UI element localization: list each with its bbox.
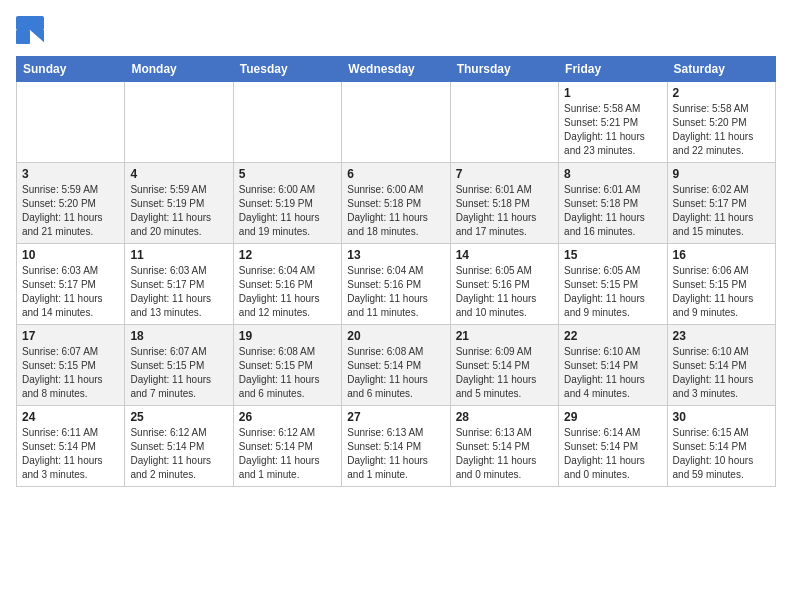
day-number: 13 — [347, 248, 444, 262]
day-number: 28 — [456, 410, 553, 424]
calendar-day-header: Friday — [559, 57, 667, 82]
calendar-cell: 19Sunrise: 6:08 AM Sunset: 5:15 PM Dayli… — [233, 325, 341, 406]
day-number: 23 — [673, 329, 770, 343]
day-number: 20 — [347, 329, 444, 343]
day-number: 30 — [673, 410, 770, 424]
calendar-cell — [450, 82, 558, 163]
day-number: 21 — [456, 329, 553, 343]
day-info: Sunrise: 6:02 AM Sunset: 5:17 PM Dayligh… — [673, 183, 770, 239]
calendar-cell: 4Sunrise: 5:59 AM Sunset: 5:19 PM Daylig… — [125, 163, 233, 244]
calendar-week-row: 1Sunrise: 5:58 AM Sunset: 5:21 PM Daylig… — [17, 82, 776, 163]
day-number: 3 — [22, 167, 119, 181]
day-info: Sunrise: 6:01 AM Sunset: 5:18 PM Dayligh… — [564, 183, 661, 239]
calendar-cell — [125, 82, 233, 163]
day-info: Sunrise: 6:08 AM Sunset: 5:15 PM Dayligh… — [239, 345, 336, 401]
day-info: Sunrise: 6:08 AM Sunset: 5:14 PM Dayligh… — [347, 345, 444, 401]
day-number: 2 — [673, 86, 770, 100]
calendar-cell: 17Sunrise: 6:07 AM Sunset: 5:15 PM Dayli… — [17, 325, 125, 406]
calendar-week-row: 17Sunrise: 6:07 AM Sunset: 5:15 PM Dayli… — [17, 325, 776, 406]
day-number: 14 — [456, 248, 553, 262]
day-info: Sunrise: 6:10 AM Sunset: 5:14 PM Dayligh… — [673, 345, 770, 401]
calendar-cell: 6Sunrise: 6:00 AM Sunset: 5:18 PM Daylig… — [342, 163, 450, 244]
day-info: Sunrise: 6:10 AM Sunset: 5:14 PM Dayligh… — [564, 345, 661, 401]
day-info: Sunrise: 6:12 AM Sunset: 5:14 PM Dayligh… — [130, 426, 227, 482]
svg-rect-2 — [16, 30, 30, 44]
calendar-cell: 23Sunrise: 6:10 AM Sunset: 5:14 PM Dayli… — [667, 325, 775, 406]
day-info: Sunrise: 5:59 AM Sunset: 5:19 PM Dayligh… — [130, 183, 227, 239]
calendar-week-row: 10Sunrise: 6:03 AM Sunset: 5:17 PM Dayli… — [17, 244, 776, 325]
page-header — [16, 16, 776, 44]
day-number: 10 — [22, 248, 119, 262]
day-number: 9 — [673, 167, 770, 181]
day-info: Sunrise: 6:12 AM Sunset: 5:14 PM Dayligh… — [239, 426, 336, 482]
day-number: 27 — [347, 410, 444, 424]
logo-icon — [16, 16, 44, 44]
day-info: Sunrise: 5:59 AM Sunset: 5:20 PM Dayligh… — [22, 183, 119, 239]
calendar-cell: 29Sunrise: 6:14 AM Sunset: 5:14 PM Dayli… — [559, 406, 667, 487]
day-info: Sunrise: 6:06 AM Sunset: 5:15 PM Dayligh… — [673, 264, 770, 320]
calendar-cell: 20Sunrise: 6:08 AM Sunset: 5:14 PM Dayli… — [342, 325, 450, 406]
calendar-header-row: SundayMondayTuesdayWednesdayThursdayFrid… — [17, 57, 776, 82]
day-number: 1 — [564, 86, 661, 100]
calendar-day-header: Sunday — [17, 57, 125, 82]
calendar-week-row: 24Sunrise: 6:11 AM Sunset: 5:14 PM Dayli… — [17, 406, 776, 487]
calendar-day-header: Thursday — [450, 57, 558, 82]
day-info: Sunrise: 6:14 AM Sunset: 5:14 PM Dayligh… — [564, 426, 661, 482]
calendar-cell: 15Sunrise: 6:05 AM Sunset: 5:15 PM Dayli… — [559, 244, 667, 325]
calendar-cell: 3Sunrise: 5:59 AM Sunset: 5:20 PM Daylig… — [17, 163, 125, 244]
day-number: 12 — [239, 248, 336, 262]
day-info: Sunrise: 6:15 AM Sunset: 5:14 PM Dayligh… — [673, 426, 770, 482]
day-number: 5 — [239, 167, 336, 181]
calendar-table: SundayMondayTuesdayWednesdayThursdayFrid… — [16, 56, 776, 487]
calendar-cell — [17, 82, 125, 163]
calendar-cell: 26Sunrise: 6:12 AM Sunset: 5:14 PM Dayli… — [233, 406, 341, 487]
day-number: 24 — [22, 410, 119, 424]
calendar-cell: 10Sunrise: 6:03 AM Sunset: 5:17 PM Dayli… — [17, 244, 125, 325]
day-info: Sunrise: 6:07 AM Sunset: 5:15 PM Dayligh… — [130, 345, 227, 401]
calendar-cell: 22Sunrise: 6:10 AM Sunset: 5:14 PM Dayli… — [559, 325, 667, 406]
calendar-day-header: Saturday — [667, 57, 775, 82]
day-info: Sunrise: 6:13 AM Sunset: 5:14 PM Dayligh… — [456, 426, 553, 482]
calendar-day-header: Wednesday — [342, 57, 450, 82]
calendar-cell: 11Sunrise: 6:03 AM Sunset: 5:17 PM Dayli… — [125, 244, 233, 325]
day-info: Sunrise: 6:04 AM Sunset: 5:16 PM Dayligh… — [239, 264, 336, 320]
day-info: Sunrise: 6:03 AM Sunset: 5:17 PM Dayligh… — [130, 264, 227, 320]
day-info: Sunrise: 5:58 AM Sunset: 5:21 PM Dayligh… — [564, 102, 661, 158]
day-number: 17 — [22, 329, 119, 343]
day-number: 6 — [347, 167, 444, 181]
svg-marker-1 — [30, 30, 44, 42]
calendar-cell: 2Sunrise: 5:58 AM Sunset: 5:20 PM Daylig… — [667, 82, 775, 163]
calendar-cell: 30Sunrise: 6:15 AM Sunset: 5:14 PM Dayli… — [667, 406, 775, 487]
day-info: Sunrise: 6:07 AM Sunset: 5:15 PM Dayligh… — [22, 345, 119, 401]
day-number: 25 — [130, 410, 227, 424]
day-number: 19 — [239, 329, 336, 343]
calendar-cell: 25Sunrise: 6:12 AM Sunset: 5:14 PM Dayli… — [125, 406, 233, 487]
day-number: 11 — [130, 248, 227, 262]
day-info: Sunrise: 6:01 AM Sunset: 5:18 PM Dayligh… — [456, 183, 553, 239]
calendar-day-header: Tuesday — [233, 57, 341, 82]
calendar-cell: 12Sunrise: 6:04 AM Sunset: 5:16 PM Dayli… — [233, 244, 341, 325]
day-number: 4 — [130, 167, 227, 181]
calendar-week-row: 3Sunrise: 5:59 AM Sunset: 5:20 PM Daylig… — [17, 163, 776, 244]
day-number: 26 — [239, 410, 336, 424]
logo — [16, 16, 48, 44]
day-number: 22 — [564, 329, 661, 343]
day-info: Sunrise: 5:58 AM Sunset: 5:20 PM Dayligh… — [673, 102, 770, 158]
day-number: 16 — [673, 248, 770, 262]
calendar-cell: 27Sunrise: 6:13 AM Sunset: 5:14 PM Dayli… — [342, 406, 450, 487]
day-info: Sunrise: 6:03 AM Sunset: 5:17 PM Dayligh… — [22, 264, 119, 320]
calendar-day-header: Monday — [125, 57, 233, 82]
calendar-cell: 16Sunrise: 6:06 AM Sunset: 5:15 PM Dayli… — [667, 244, 775, 325]
day-info: Sunrise: 6:00 AM Sunset: 5:19 PM Dayligh… — [239, 183, 336, 239]
day-number: 15 — [564, 248, 661, 262]
svg-rect-0 — [16, 16, 44, 30]
calendar-cell: 7Sunrise: 6:01 AM Sunset: 5:18 PM Daylig… — [450, 163, 558, 244]
calendar-cell — [233, 82, 341, 163]
calendar-cell: 24Sunrise: 6:11 AM Sunset: 5:14 PM Dayli… — [17, 406, 125, 487]
day-info: Sunrise: 6:11 AM Sunset: 5:14 PM Dayligh… — [22, 426, 119, 482]
day-info: Sunrise: 6:13 AM Sunset: 5:14 PM Dayligh… — [347, 426, 444, 482]
day-info: Sunrise: 6:05 AM Sunset: 5:16 PM Dayligh… — [456, 264, 553, 320]
calendar-cell — [342, 82, 450, 163]
calendar-cell: 5Sunrise: 6:00 AM Sunset: 5:19 PM Daylig… — [233, 163, 341, 244]
calendar-cell: 28Sunrise: 6:13 AM Sunset: 5:14 PM Dayli… — [450, 406, 558, 487]
